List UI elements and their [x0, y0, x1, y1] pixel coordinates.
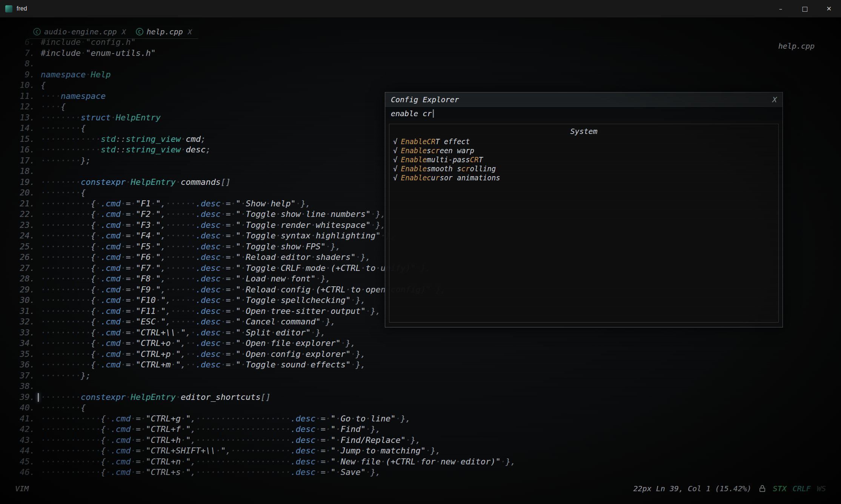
config-explorer-close-button[interactable]: X [772, 95, 777, 104]
code-token-p: , [191, 414, 195, 423]
code-token-ws: ·········· [41, 338, 91, 348]
match-highlight: Enable [401, 137, 427, 146]
config-option[interactable]: √Enable multi-pass CRT [393, 155, 775, 164]
code-line[interactable]: 10.{ [11, 80, 516, 91]
code-token-ws: · [316, 457, 321, 466]
code-line[interactable]: 8. [11, 58, 516, 69]
code-line[interactable]: 34.··········{·.cmd·=·"CTRL+o·",··.desc·… [11, 338, 516, 349]
maximize-button[interactable]: □ [793, 0, 817, 17]
close-button[interactable]: ✕ [817, 0, 841, 17]
code-line[interactable]: 33.··········{·.cmd·=·"CTRL+\\·",·.desc·… [11, 327, 516, 338]
code-line[interactable]: 35.··········{·.cmd·=·"CTRL+p·",··.desc·… [11, 349, 516, 360]
code-line[interactable]: 43.············{·.cmd·=·"CTRL+h·",······… [11, 435, 516, 446]
tab-audio-engine-cpp[interactable]: Caudio-engine.cppX [29, 26, 132, 38]
code-line-content: ··········{·.cmd·=·"ESC·",·····.desc·=·"… [41, 317, 336, 327]
code-token-ws: · [131, 274, 135, 283]
config-option[interactable]: √Enable screen warp [393, 146, 775, 155]
code-token-type: string_view [126, 145, 181, 154]
code-token-ws: · [131, 220, 135, 230]
code-token-ws: · [231, 285, 235, 294]
code-line-content: ··········{·.cmd·=·"F11·",·····.desc·=·"… [41, 306, 381, 317]
tab-label: audio-engine.cpp [44, 27, 117, 36]
code-token-p: { [91, 328, 95, 337]
code-token-ws: · [121, 220, 126, 230]
code-token-ws: · [121, 252, 126, 262]
code-token-ws: ············ [231, 446, 291, 455]
code-token-p: }, [376, 209, 386, 219]
code-line[interactable]: 9.namespace·Help [11, 69, 516, 80]
line-number: 29. [11, 284, 35, 295]
match-highlight: Enable [401, 146, 427, 155]
code-token-ws: ······ [166, 199, 195, 208]
code-token-ws: · [121, 360, 126, 369]
code-line[interactable]: 39.········constexpr·HelpEntry·editor_sh… [11, 392, 516, 403]
code-token-ws: · [106, 457, 111, 466]
code-token-p: { [91, 306, 95, 316]
checkbox-checked-icon: √ [393, 137, 397, 146]
code-token-ws: · [221, 263, 226, 273]
code-token-ws: ·········· [41, 274, 91, 283]
config-option[interactable]: √Enable CRT effect [393, 137, 775, 146]
code-token-op: = [126, 274, 131, 283]
checkbox-checked-icon: √ [393, 155, 397, 164]
line-number: 46. [11, 467, 35, 478]
code-line[interactable]: 45.············{·.cmd·=·"CTRL+n·",······… [11, 456, 516, 467]
code-token-str: "·New·file·(+CTRL·for·new·editor)" [331, 457, 500, 466]
checkbox-checked-icon: √ [393, 173, 397, 182]
code-token-op: = [136, 457, 141, 466]
code-token-ws: · [141, 467, 146, 477]
code-token-ws: ······ [166, 274, 195, 283]
code-line[interactable]: 40.········{ [11, 403, 516, 413]
code-token-op: = [226, 242, 231, 251]
code-token-id: editor_shortcuts [181, 392, 261, 402]
config-option[interactable]: √Enable cursor animations [393, 173, 775, 182]
code-token-ws: · [96, 306, 101, 316]
code-line[interactable]: 7.#include·"enum-utils.h" [11, 48, 516, 59]
code-token-id: cmd [186, 134, 201, 144]
line-number: 7. [11, 48, 35, 59]
tab-close-button[interactable]: X [122, 28, 126, 36]
code-token-op: = [136, 414, 141, 423]
code-token-ws: ············ [41, 414, 101, 423]
code-line[interactable]: 36.··········{·.cmd·=·"CTRL+m·",··.desc·… [11, 360, 516, 370]
tab-close-button[interactable]: X [188, 28, 192, 36]
code-line-content: ········{ [41, 187, 86, 198]
code-line[interactable]: 38. [11, 381, 516, 392]
code-token-str: "·Open·tree-sitter·output" [236, 306, 366, 316]
code-token-p: { [101, 414, 106, 423]
code-token-ws: ··················· [196, 435, 291, 445]
code-token-ws: · [296, 199, 301, 208]
code-token-str: "·Show·help" [236, 199, 296, 208]
code-token-ws: · [141, 424, 146, 434]
config-search-input[interactable]: enable cr [385, 107, 783, 120]
code-token-ws: · [121, 263, 126, 273]
code-token-op: = [136, 424, 141, 434]
code-token-p: }, [301, 199, 311, 208]
code-line[interactable]: 46.············{·.cmd·=·"CTRL+s·",······… [11, 467, 516, 478]
code-token-p: { [91, 285, 95, 294]
code-line[interactable]: 41.············{·.cmd·=·"CTRL+g·",······… [11, 413, 516, 424]
minimize-button[interactable]: – [769, 0, 793, 17]
code-token-op: = [226, 274, 231, 283]
code-token-ws: · [131, 209, 135, 219]
code-line-content: ··········{·.cmd·=·"F5·",······.desc·=·"… [41, 241, 341, 252]
code-token-ws: · [131, 360, 135, 369]
code-token-ws: · [326, 435, 331, 445]
text-cursor [38, 393, 39, 402]
code-token-ws: · [231, 360, 235, 369]
code-token-p: }, [326, 317, 336, 326]
code-token-ws: ·········· [41, 328, 91, 337]
code-line[interactable]: 37.········}; [11, 370, 516, 381]
tab-help-cpp[interactable]: Chelp.cppX [132, 26, 198, 38]
code-token-mem: .cmd [101, 263, 121, 273]
code-token-mem: .desc [196, 295, 221, 305]
code-line[interactable]: 42.············{·.cmd·=·"CTRL+f·",······… [11, 424, 516, 435]
config-option[interactable]: √Enable smooth scrolling [393, 164, 775, 173]
code-token-p: { [91, 252, 95, 262]
code-token-ws: · [96, 328, 101, 337]
code-token-ws: · [316, 424, 321, 434]
code-token-ws: · [121, 338, 126, 348]
code-token-p: }, [376, 220, 386, 230]
code-line[interactable]: 44.············{·.cmd·=·"CTRL+SHIFT+\\·"… [11, 446, 516, 456]
line-number: 40. [11, 403, 35, 413]
